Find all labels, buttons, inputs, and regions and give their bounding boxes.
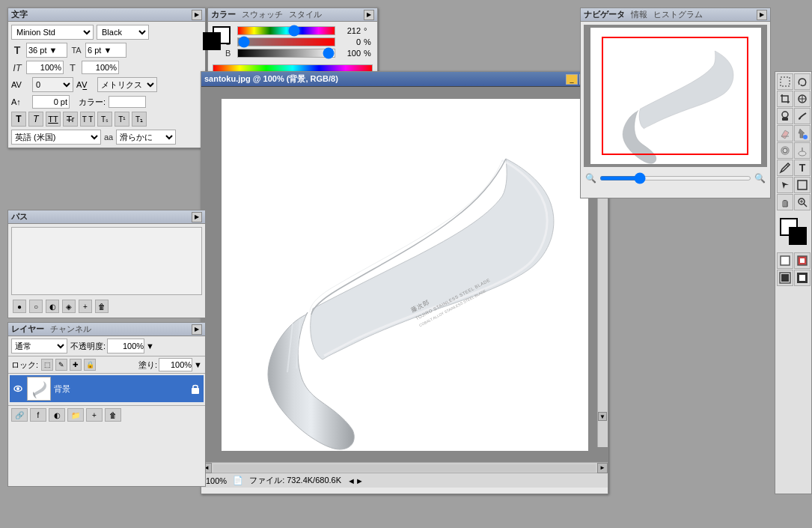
lock-all-btn[interactable]: 🔒 xyxy=(84,359,96,371)
scrollbar-bottom[interactable]: ◄ ► xyxy=(201,462,608,473)
path-new-btn[interactable]: + xyxy=(79,300,92,313)
pen-tool-btn[interactable] xyxy=(777,160,793,176)
text-panel-controls: ▶ xyxy=(192,10,202,20)
nav-tab-info[interactable]: 情報 xyxy=(631,9,647,20)
path-shape-btn[interactable]: ◈ xyxy=(62,300,76,313)
layer-mask-btn[interactable]: ◐ xyxy=(49,408,65,422)
baseline-input[interactable] xyxy=(32,95,70,109)
layers-panel-expand[interactable]: ▶ xyxy=(192,324,202,335)
font-family-select[interactable]: Minion Std xyxy=(11,25,94,40)
path-select-tool-btn[interactable] xyxy=(777,177,793,193)
healing-tool-btn[interactable] xyxy=(794,91,811,107)
bold-btn[interactable]: T xyxy=(11,112,26,127)
layers-tab-layers[interactable]: レイヤー xyxy=(11,324,44,335)
path-delete-btn[interactable]: 🗑 xyxy=(95,300,109,313)
strikethrough-btn[interactable]: T̶r xyxy=(63,112,78,127)
eraser-icon xyxy=(779,127,791,139)
layers-tab-channels[interactable]: チャンネル xyxy=(50,324,91,335)
history-brush-btn[interactable] xyxy=(794,108,811,124)
marquee-tool-btn[interactable] xyxy=(777,73,793,90)
shape-tool-btn[interactable] xyxy=(794,177,811,193)
font-size-input[interactable]: 36 pt ▼ xyxy=(26,43,67,58)
lock-pixels-btn[interactable]: ✎ xyxy=(55,359,67,371)
color-tab-active[interactable]: カラー xyxy=(211,9,236,20)
tools-panel: T xyxy=(775,71,812,494)
navigator-preview-canvas xyxy=(590,28,761,164)
layer-new-set-btn[interactable]: 📁 xyxy=(67,408,84,422)
fill-arrow[interactable]: ▼ xyxy=(194,360,202,369)
zoom-tool-btn[interactable] xyxy=(794,194,811,210)
lock-row: ロック: ⬚ ✎ ✚ 🔒 塗り: ▼ xyxy=(8,356,205,374)
canvas-minimize-btn[interactable]: _ xyxy=(566,74,578,85)
underline-btn[interactable]: TT xyxy=(46,112,61,127)
text-panel-expand[interactable]: ▶ xyxy=(192,10,202,20)
subscript-btn[interactable]: T₁ xyxy=(132,112,147,127)
nav-zoom-out-icon[interactable]: 🔍 xyxy=(585,173,596,183)
screen-mode-btn[interactable] xyxy=(777,270,793,286)
eraser-tool-btn[interactable] xyxy=(777,125,793,142)
fill-tool-btn[interactable] xyxy=(794,125,811,142)
kerning-method-select[interactable]: メトリクス xyxy=(97,77,157,92)
path-stroke-btn[interactable]: ○ xyxy=(29,300,43,313)
layer-item-background[interactable]: 背景 xyxy=(10,375,204,402)
color-tab-swatches[interactable]: スウォッチ xyxy=(242,9,283,20)
superscript-btn[interactable]: T¹ xyxy=(115,112,129,127)
quick-mask-btn[interactable] xyxy=(794,252,811,269)
layer-effects-btn[interactable]: f xyxy=(30,408,46,422)
bg-color-swatch[interactable] xyxy=(203,32,221,50)
paths-panel-expand[interactable]: ▶ xyxy=(192,212,202,222)
crop-tool-btn[interactable] xyxy=(777,91,793,107)
text-panel-content: Minion Std Black T 36 pt ▼ TA 6 pt ▼ IT … xyxy=(8,22,205,148)
lock-move-btn[interactable]: ✚ xyxy=(70,359,82,371)
text-color-swatch[interactable] xyxy=(109,96,146,108)
color-panel-expand[interactable]: ▶ xyxy=(364,10,374,20)
scale-v-input[interactable] xyxy=(82,61,119,74)
text-tool-btn[interactable]: T xyxy=(794,160,811,176)
tracking-row: AV 0 AV̲ メトリクス xyxy=(11,77,202,92)
svg-rect-34 xyxy=(799,275,805,281)
scroll-down-btn[interactable]: ▼ xyxy=(598,412,607,421)
scroll-right-btn[interactable]: ► xyxy=(597,463,608,473)
kerning-select[interactable]: 0 xyxy=(32,77,73,92)
nav-tab-navigator[interactable]: ナビゲータ xyxy=(584,9,625,20)
layer-delete-btn[interactable]: 🗑 xyxy=(105,408,121,422)
blend-mode-select[interactable]: 通常 xyxy=(11,339,67,353)
hue-slider[interactable] xyxy=(237,26,335,35)
screen-mode2-btn[interactable] xyxy=(794,270,811,286)
nav-tab-histogram[interactable]: ヒストグラム xyxy=(653,9,703,20)
leading-input[interactable]: 6 pt ▼ xyxy=(85,43,126,58)
path-fill-btn[interactable]: ● xyxy=(13,300,26,313)
layer-new-btn[interactable]: + xyxy=(86,408,103,422)
brightness-slider[interactable] xyxy=(237,49,335,58)
scale-h-input[interactable] xyxy=(26,61,64,74)
screen-mode-icon xyxy=(779,272,791,284)
nav-zoom-slider[interactable] xyxy=(599,176,751,180)
nav-zoom-in-icon[interactable]: 🔍 xyxy=(754,173,766,183)
blur-tool-btn[interactable] xyxy=(777,142,793,159)
color-tab-styles[interactable]: スタイル xyxy=(289,9,322,20)
smallcaps-btn[interactable]: Tₛ xyxy=(97,112,112,127)
italic-btn[interactable]: T xyxy=(28,112,43,127)
path-mask-btn[interactable]: ◐ xyxy=(46,300,59,313)
font-style-select[interactable]: Black xyxy=(97,25,149,40)
stamp-tool-btn[interactable] xyxy=(777,108,793,124)
lock-transparent-btn[interactable]: ⬚ xyxy=(41,359,53,371)
layer-visibility-eye[interactable] xyxy=(12,383,24,395)
fill-input[interactable] xyxy=(159,358,192,371)
standard-mode-btn[interactable] xyxy=(777,252,793,269)
text-panel-titlebar: 文字 ▶ xyxy=(8,8,205,22)
opacity-input[interactable] xyxy=(107,339,144,353)
smoothing-select[interactable]: 滑らかに xyxy=(116,130,176,145)
layer-link-btn[interactable]: 🔗 xyxy=(11,408,28,422)
navigator-panel-expand[interactable]: ▶ xyxy=(757,10,767,20)
dodge-tool-btn[interactable] xyxy=(794,142,811,159)
hue-value: 212 xyxy=(338,26,361,35)
allcaps-btn[interactable]: T T xyxy=(80,112,95,127)
bg-color-tool[interactable] xyxy=(789,227,807,245)
saturation-slider[interactable] xyxy=(237,37,335,46)
language-select[interactable]: 英語 (米国) xyxy=(11,130,101,145)
hand-tool-btn[interactable] xyxy=(777,194,793,210)
h-scroll-thumb[interactable] xyxy=(213,464,596,472)
opacity-arrow[interactable]: ▼ xyxy=(146,342,154,351)
lasso-tool-btn[interactable] xyxy=(794,73,811,90)
